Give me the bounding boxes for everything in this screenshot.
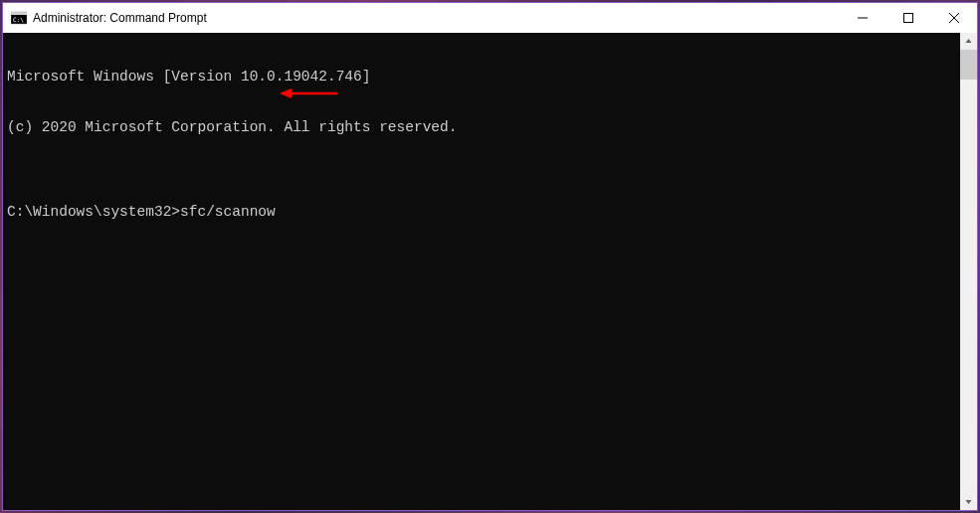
svg-marker-9 xyxy=(966,39,972,43)
terminal-container: Microsoft Windows [Version 10.0.19042.74… xyxy=(3,33,977,510)
minimize-button[interactable] xyxy=(840,3,885,33)
scroll-track[interactable] xyxy=(960,50,977,493)
svg-rect-1 xyxy=(11,12,27,15)
prompt-line: C:\Windows\system32>sfc/scannow xyxy=(7,204,956,221)
window-controls xyxy=(840,3,977,33)
scroll-up-button[interactable] xyxy=(960,33,977,50)
close-button[interactable] xyxy=(931,3,977,33)
vertical-scrollbar[interactable] xyxy=(960,33,977,510)
window-title: Administrator: Command Prompt xyxy=(33,11,840,25)
svg-rect-4 xyxy=(904,14,913,23)
maximize-button[interactable] xyxy=(885,3,931,33)
terminal[interactable]: Microsoft Windows [Version 10.0.19042.74… xyxy=(3,33,960,510)
titlebar[interactable]: C:\ Administrator: Command Prompt xyxy=(3,3,977,33)
prompt-path: C:\Windows\system32> xyxy=(7,204,180,220)
command-text: sfc/scannow xyxy=(180,204,276,220)
svg-marker-8 xyxy=(280,88,292,98)
cmd-icon: C:\ xyxy=(11,10,27,26)
annotation-arrow-icon xyxy=(280,86,339,100)
command-prompt-window: C:\ Administrator: Command Prompt Micros… xyxy=(2,2,978,511)
terminal-output-line: Microsoft Windows [Version 10.0.19042.74… xyxy=(7,69,956,86)
terminal-output-line: (c) 2020 Microsoft Corporation. All righ… xyxy=(7,119,956,136)
svg-marker-10 xyxy=(966,500,972,504)
scroll-thumb[interactable] xyxy=(960,50,977,80)
scroll-down-button[interactable] xyxy=(960,493,977,510)
svg-text:C:\: C:\ xyxy=(13,16,24,23)
